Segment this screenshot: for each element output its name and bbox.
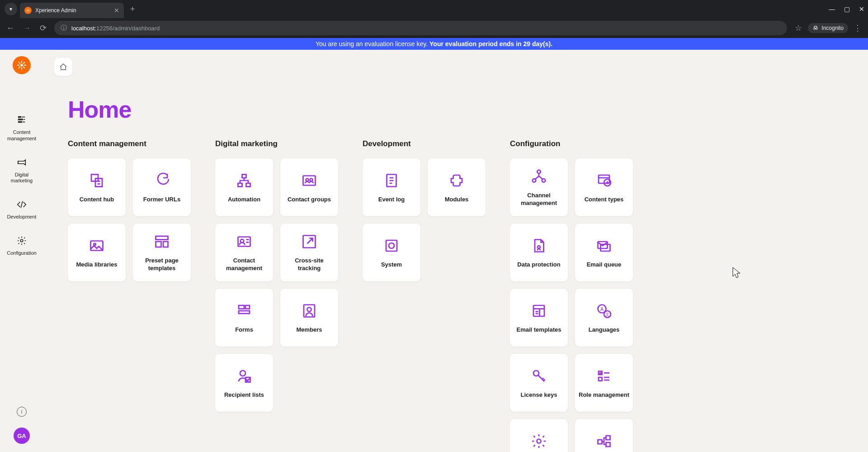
content-types-icon [596,171,612,190]
svg-point-61 [537,170,541,174]
tile-members[interactable]: Members [280,289,338,347]
tile-ui-forms[interactable]: UI forms [575,419,633,452]
sidebar-item-development[interactable]: Development [5,200,39,220]
settings-icon [531,432,547,450]
tile-cross-site[interactable]: Cross-site tracking [280,224,338,281]
app-logo[interactable] [13,56,31,74]
svg-point-60 [389,243,394,248]
tile-content-types[interactable]: Content types [575,158,633,216]
preset-icon [154,233,170,251]
breadcrumb-home[interactable] [54,58,72,76]
svg-rect-49 [239,311,250,314]
user-avatar[interactable]: GA [14,428,30,444]
tile-label: Content types [585,196,624,204]
sidebar-item-digital-marketing[interactable]: Digital marketing [5,157,39,185]
nav-forward-icon: → [22,24,32,33]
page-title: Home [43,76,868,139]
tile-modules[interactable]: Modules [428,158,486,216]
tile-email-tmpl[interactable]: Email templates [510,289,568,347]
svg-rect-87 [606,436,610,440]
sidebar-item-configuration[interactable]: Configuration [5,236,39,257]
help-icon[interactable]: i [17,407,27,417]
tile-label: Preset page templates [137,257,187,272]
svg-rect-48 [239,305,244,309]
tile-media[interactable]: Media libraries [68,224,126,281]
browser-tab[interactable]: Xperience Admin ✕ [20,3,124,18]
column: DevelopmentEvent logModulesSystem [363,139,486,452]
tile-automation[interactable]: Automation [215,158,273,216]
window-maximize-icon[interactable]: ▢ [844,5,850,13]
sidebar-item-content-management[interactable]: Content management [5,115,39,142]
tile-data-prot[interactable]: Data protection [510,224,568,281]
tile-settings[interactable]: Settings [510,419,568,452]
incognito-badge[interactable]: Incognito [808,23,848,33]
tile-forms[interactable]: Forms [215,289,273,347]
system-icon [383,237,400,255]
email-queue-icon [596,237,612,255]
tile-channel[interactable]: Channel management [510,158,568,216]
tile-label: Content hub [80,196,114,204]
column: ConfigurationChannel managementContent t… [510,139,633,452]
content-management-icon [17,115,27,127]
members-icon [301,302,317,320]
sidebar-item-label: Configuration [7,250,36,257]
window-minimize-icon[interactable]: — [829,5,835,13]
tile-contact-groups[interactable]: Contact groups [280,158,338,216]
nav-back-icon[interactable]: ← [5,24,15,33]
address-input[interactable]: ⓘ localhost:12256/admin/dashboard [54,21,787,35]
svg-point-9 [814,28,816,29]
nav-reload-icon[interactable]: ⟳ [38,23,48,33]
modules-icon [448,171,465,190]
banner-bold: Your evaluation period ends in 29 day(s)… [429,40,552,48]
svg-rect-29 [95,178,102,186]
data-prot-icon [531,237,547,255]
bookmark-icon[interactable]: ☆ [793,23,803,33]
svg-point-67 [538,246,540,248]
browser-menu-icon[interactable]: ⋮ [853,23,863,33]
tile-label: System [381,261,402,269]
svg-rect-38 [238,183,242,187]
tile-label: Event log [378,196,405,204]
tile-license[interactable]: License keys [510,354,568,412]
tab-favicon-icon [24,7,32,14]
tile-preset[interactable]: Preset page templates [133,224,191,281]
tile-former-urls[interactable]: Former URLs [133,158,191,216]
channel-icon [531,167,547,186]
tile-content-hub[interactable]: Content hub [68,158,126,216]
tile-languages[interactable]: A文Languages [575,289,633,347]
tile-contact-mgmt[interactable]: Contact management [215,224,273,281]
browser-chrome: ▾ Xperience Admin ✕ + — ▢ ✕ ← → ⟳ ⓘ loca… [0,0,868,38]
tab-search-dropdown[interactable]: ▾ [5,3,17,15]
tab-close-icon[interactable]: ✕ [114,7,119,14]
tile-grid: Event logModulesSystem [363,158,486,281]
tile-event-log[interactable]: Event log [363,158,420,216]
svg-point-53 [240,371,245,376]
tile-recipients[interactable]: Recipient lists [215,354,273,412]
license-banner: You are using an evaluation license key.… [0,38,868,50]
tile-grid: AutomationContact groupsContact manageme… [215,158,338,412]
tile-label: Data protection [517,261,560,269]
svg-rect-20 [19,117,21,118]
column: Digital marketingAutomationContact group… [215,139,338,452]
svg-rect-70 [533,305,544,316]
ui-forms-icon [596,432,612,450]
tile-system[interactable]: System [363,224,420,281]
svg-rect-59 [386,240,397,251]
column-title: Content management [68,139,191,148]
svg-line-19 [24,62,25,64]
svg-rect-22 [19,122,22,123]
development-icon [17,200,27,211]
banner-prefix: You are using an evaluation license key. [316,40,429,48]
tile-email-queue[interactable]: Email queue [575,224,633,281]
forms-icon [236,302,252,320]
tile-label: Media libraries [76,261,117,269]
tile-roles[interactable]: Role management [575,354,633,412]
svg-line-26 [21,201,23,208]
tile-grid: Channel managementContent typesData prot… [510,158,633,452]
event-log-icon [383,171,400,190]
new-tab-button[interactable]: + [130,5,135,14]
home-icon [59,63,67,71]
window-close-icon[interactable]: ✕ [859,5,864,13]
svg-point-0 [28,10,29,11]
site-info-icon[interactable]: ⓘ [61,24,67,32]
